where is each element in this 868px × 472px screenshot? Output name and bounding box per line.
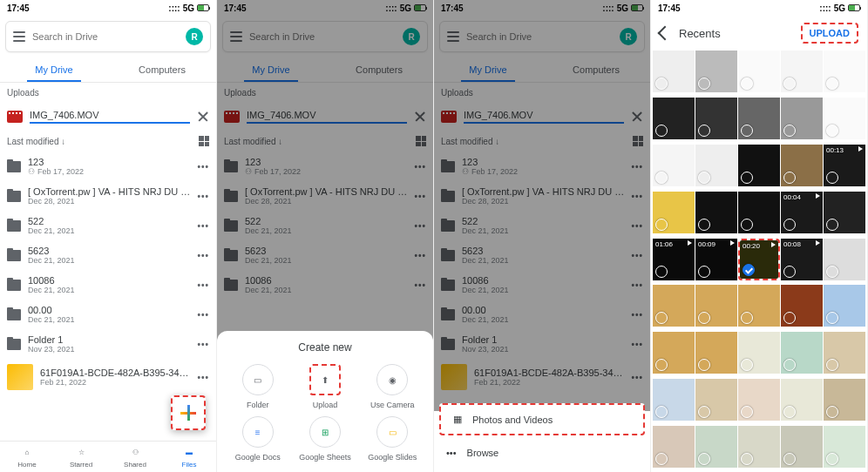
back-icon[interactable] [658, 26, 673, 41]
menu-photos-videos[interactable]: ▦ Photos and Videos [439, 403, 645, 435]
photo-item[interactable] [653, 192, 695, 233]
more-icon[interactable]: ••• [197, 373, 209, 382]
photo-item[interactable] [653, 145, 695, 186]
select-circle[interactable] [826, 125, 838, 137]
photo-item[interactable]: 00:20 [738, 239, 780, 280]
sheet-item-docs[interactable]: ≡Google Docs [227, 416, 288, 462]
select-circle[interactable] [698, 219, 710, 231]
photo-item[interactable] [781, 51, 823, 92]
more-icon[interactable]: ••• [197, 251, 209, 260]
photo-item[interactable] [653, 426, 695, 468]
tab-mydrive[interactable]: My Drive [0, 57, 108, 82]
tab-computers[interactable]: Computers [108, 57, 216, 82]
more-icon[interactable]: ••• [197, 221, 209, 231]
photo-item[interactable] [695, 332, 737, 374]
photo-item[interactable] [824, 426, 865, 468]
menu-browse[interactable]: ••• Browse [434, 439, 650, 467]
select-circle[interactable] [826, 172, 838, 184]
photo-item[interactable] [738, 332, 780, 374]
photo-item[interactable] [781, 426, 823, 468]
photo-item[interactable] [824, 285, 865, 327]
search-input[interactable] [32, 31, 179, 42]
file-row[interactable]: 5623Dec 21, 2021••• [0, 240, 216, 270]
photo-item[interactable] [695, 98, 737, 139]
select-circle[interactable] [655, 125, 668, 137]
more-icon[interactable]: ••• [197, 310, 209, 320]
select-circle[interactable] [783, 266, 796, 278]
select-circle[interactable] [741, 172, 753, 184]
select-circle[interactable] [698, 453, 710, 465]
photo-item[interactable] [695, 145, 737, 186]
select-circle[interactable] [655, 219, 668, 231]
photo-item[interactable] [738, 379, 780, 421]
view-toggle-icon[interactable] [199, 136, 209, 146]
close-icon[interactable] [197, 111, 209, 123]
select-circle[interactable] [783, 78, 796, 90]
select-circle[interactable] [783, 453, 796, 465]
select-circle[interactable] [698, 172, 710, 184]
select-circle[interactable] [698, 125, 710, 137]
photo-item[interactable] [695, 426, 737, 468]
select-circle[interactable] [826, 219, 838, 231]
sheet-item-slides[interactable]: ▭Google Slides [363, 416, 423, 462]
file-row[interactable]: [ OxTorrent.pw ] VA - HITS NRJ DU MOMENT… [0, 181, 216, 211]
photo-item[interactable]: 00:09 [695, 239, 737, 280]
sheet-item-sheets[interactable]: ⊞Google Sheets [295, 416, 355, 462]
file-row[interactable]: 61F019A1-BCDE-482A-B395-347F70FED0...Feb… [0, 359, 216, 395]
photo-item[interactable] [781, 379, 823, 421]
select-circle[interactable] [741, 125, 753, 137]
select-circle[interactable] [783, 125, 796, 137]
photo-item[interactable] [824, 192, 865, 233]
file-row[interactable]: Folder 1Nov 23, 2021••• [0, 329, 216, 359]
upload-button[interactable]: UPLOAD [801, 23, 858, 44]
fab-new[interactable] [171, 395, 206, 430]
avatar[interactable]: R [186, 28, 203, 45]
photo-item[interactable] [781, 285, 823, 327]
nav-files[interactable]: ▬Files [162, 445, 216, 469]
nav-shared[interactable]: ⚇Shared [108, 445, 162, 469]
select-circle[interactable] [743, 264, 755, 276]
photo-item[interactable] [653, 379, 695, 421]
photo-item[interactable] [738, 145, 780, 186]
photo-item[interactable] [695, 379, 737, 421]
sort-select[interactable]: Last modified ↓ [7, 137, 65, 146]
photo-item[interactable]: 01:06 [653, 239, 695, 280]
photo-item[interactable] [695, 192, 737, 233]
select-circle[interactable] [826, 78, 838, 90]
select-circle[interactable] [655, 78, 668, 90]
photo-item[interactable] [653, 285, 695, 327]
menu-icon[interactable] [13, 31, 25, 42]
select-circle[interactable] [698, 266, 710, 278]
photo-item[interactable] [781, 98, 823, 139]
select-circle[interactable] [826, 266, 838, 278]
select-circle[interactable] [741, 453, 753, 465]
photo-item[interactable] [824, 239, 865, 280]
nav-starred[interactable]: ☆Starred [54, 445, 108, 469]
photo-item[interactable]: 00:04 [781, 192, 823, 233]
photo-item[interactable] [653, 51, 695, 92]
select-circle[interactable] [741, 78, 753, 90]
more-icon[interactable]: ••• [197, 280, 209, 290]
file-row[interactable]: 10086Dec 21, 2021••• [0, 270, 216, 300]
sheet-item-upload[interactable]: ⬆Upload [295, 364, 355, 409]
photo-item[interactable]: 00:13 [824, 145, 865, 186]
search-bar[interactable]: R [5, 21, 211, 52]
select-circle[interactable] [655, 172, 668, 184]
photo-item[interactable] [824, 98, 865, 139]
photo-item[interactable] [824, 379, 865, 421]
file-row[interactable]: 00.00Dec 21, 2021••• [0, 300, 216, 329]
photo-item[interactable] [738, 285, 780, 327]
nav-home[interactable]: ⌂Home [0, 445, 54, 469]
select-circle[interactable] [826, 453, 838, 465]
file-row[interactable]: 522Dec 21, 2021••• [0, 211, 216, 240]
sheet-item-camera[interactable]: ◉Use Camera [363, 364, 423, 409]
select-circle[interactable] [783, 219, 796, 231]
more-icon[interactable]: ••• [197, 340, 209, 349]
photo-item[interactable] [653, 332, 695, 374]
select-circle[interactable] [655, 453, 668, 465]
more-icon[interactable]: ••• [197, 162, 209, 172]
photo-item[interactable] [738, 192, 780, 233]
sheet-item-folder[interactable]: ▭Folder [227, 364, 288, 409]
photo-item[interactable]: 00:08 [781, 239, 823, 280]
select-circle[interactable] [741, 219, 753, 231]
